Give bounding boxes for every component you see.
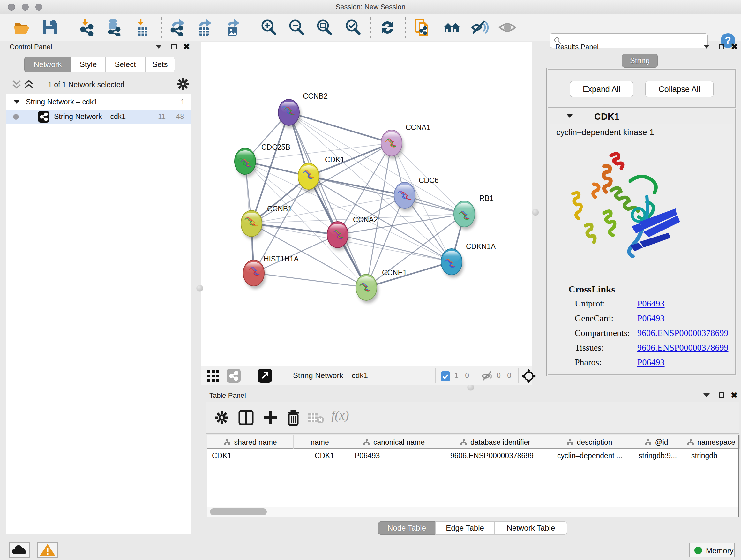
network-node-cdc25b[interactable]: CDC25B	[234, 143, 290, 177]
export-image-icon[interactable]	[223, 18, 241, 37]
column-header--id[interactable]: @id	[630, 435, 683, 449]
network-node-ccna1[interactable]: CCNA1	[381, 123, 430, 159]
float-panel-icon[interactable]	[155, 45, 162, 49]
import-table-icon[interactable]	[133, 18, 151, 37]
crosslink-uniprot-link[interactable]: P06493	[637, 299, 665, 309]
tab-select[interactable]: Select	[105, 57, 145, 72]
table-cell[interactable]: stringdb:9...	[638, 451, 682, 460]
horizontal-scrollbar[interactable]	[207, 507, 738, 516]
table-cell[interactable]: CDK1	[315, 451, 358, 460]
close-panel-icon[interactable]: ✖	[731, 391, 738, 399]
open-folder-icon[interactable]	[13, 18, 30, 37]
network-edge[interactable]	[254, 235, 338, 273]
import-network-icon[interactable]	[78, 18, 96, 37]
table-cell[interactable]: cyclin–dependent ...	[557, 451, 629, 460]
open-view-icon[interactable]	[258, 369, 272, 383]
export-table-icon[interactable]	[195, 18, 213, 37]
gear-icon[interactable]	[214, 410, 229, 425]
table-cell[interactable]: CDK1	[212, 451, 288, 460]
network-edge[interactable]	[252, 224, 338, 235]
gear-icon[interactable]	[176, 77, 190, 91]
network-edge[interactable]	[366, 262, 452, 287]
network-edge[interactable]	[338, 235, 452, 262]
collapse-all-button[interactable]: Collapse All	[645, 81, 714, 97]
add-icon[interactable]	[262, 410, 278, 426]
tab-network-table[interactable]: Network Table	[495, 521, 567, 535]
hide-selected-icon[interactable]	[471, 18, 489, 37]
network-edge[interactable]	[254, 273, 366, 287]
gene-caret-icon[interactable]	[567, 114, 572, 118]
collection-caret-icon[interactable]	[14, 100, 19, 104]
share-document-icon[interactable]	[414, 18, 431, 37]
column-header-canonical-name[interactable]: canonical name	[346, 435, 442, 449]
column-header-description[interactable]: description	[549, 435, 630, 449]
maximize-panel-icon[interactable]	[719, 392, 724, 398]
zoom-fit-icon[interactable]	[315, 18, 333, 37]
function-icon[interactable]: f(x)	[331, 408, 349, 423]
network-node-cdkn1a[interactable]: CDKN1A	[441, 242, 496, 278]
warning-button[interactable]	[37, 542, 58, 558]
table-cell[interactable]: stringdb	[691, 451, 738, 460]
tab-node-table[interactable]: Node Table	[378, 521, 435, 535]
column-header-namespace[interactable]: namespace	[683, 435, 740, 449]
gene-header[interactable]: CDK1	[548, 109, 735, 124]
refresh-icon[interactable]	[379, 18, 396, 37]
right-splitter-handle[interactable]	[532, 209, 539, 216]
fit-selected-icon[interactable]	[522, 369, 536, 383]
network-collection-row[interactable]: String Network – cdk1 1	[6, 95, 191, 110]
cloud-button[interactable]	[9, 542, 30, 558]
save-icon[interactable]	[41, 18, 59, 37]
network-edge[interactable]	[289, 112, 464, 214]
maximize-panel-icon[interactable]	[719, 44, 724, 50]
show-all-icon[interactable]	[498, 18, 516, 37]
crosslink-tissues-link[interactable]: 9606.ENSP00000378699	[637, 343, 728, 353]
homes-icon[interactable]	[443, 18, 461, 37]
tab-edge-table[interactable]: Edge Table	[435, 521, 495, 535]
tab-network[interactable]: Network	[24, 57, 71, 72]
crosslink-compartments-link[interactable]: 9606.ENSP00000378699	[637, 328, 728, 338]
table-cell[interactable]: 9606.ENSP00000378699	[450, 451, 548, 460]
delete-icon[interactable]	[286, 409, 300, 426]
table-cell[interactable]: P06493	[354, 451, 441, 460]
network-edge[interactable]	[289, 112, 366, 287]
export-network-icon[interactable]	[169, 18, 186, 37]
float-panel-icon[interactable]	[703, 45, 710, 49]
network-node-rb1[interactable]: RB1	[454, 194, 494, 230]
selected-checkbox-icon[interactable]	[441, 371, 451, 381]
string-network-graph[interactable]: CCNB2CCNA1CDC25BCDK1CDC6RB1CCNB1CCNA2CDK…	[201, 43, 532, 366]
share-view-icon[interactable]	[226, 369, 241, 383]
close-panel-icon[interactable]: ✖	[731, 43, 738, 51]
expand-all-icon[interactable]	[23, 78, 38, 91]
column-header-database-identifier[interactable]: database identifier	[442, 435, 549, 449]
column-header-name[interactable]: name	[293, 435, 346, 449]
network-row[interactable]: String Network – cdk1 11 48	[6, 110, 191, 124]
node-table[interactable]: shared namenamecanonical namedatabase id…	[207, 435, 739, 517]
network-node-ccna2[interactable]: CCNA2	[327, 215, 378, 251]
tab-sets[interactable]: Sets	[145, 57, 175, 72]
crosslink-pharos-link[interactable]: P06493	[637, 357, 665, 368]
close-panel-icon[interactable]: ✖	[183, 43, 190, 51]
zoom-in-icon[interactable]	[260, 18, 278, 37]
tab-string[interactable]: String	[622, 54, 658, 68]
maximize-panel-icon[interactable]	[171, 44, 177, 50]
memory-button[interactable]: Memory	[689, 543, 735, 557]
zoom-selected-icon[interactable]	[344, 18, 362, 37]
network-edge[interactable]	[289, 112, 392, 143]
left-splitter-handle[interactable]	[196, 285, 203, 292]
import-database-icon[interactable]	[105, 18, 123, 37]
delete-table-icon[interactable]	[308, 412, 324, 424]
zoom-out-icon[interactable]	[287, 18, 306, 37]
column-header-shared-name[interactable]: shared name	[207, 435, 293, 449]
tab-style[interactable]: Style	[71, 57, 105, 72]
columns-icon[interactable]	[238, 410, 254, 426]
network-edge[interactable]	[309, 176, 405, 195]
expand-all-button[interactable]: Expand All	[570, 81, 633, 97]
network-edge[interactable]	[309, 176, 464, 214]
network-node-ccne1[interactable]: CCNE1	[356, 268, 407, 303]
crosslink-genecard-link[interactable]: P06493	[637, 313, 665, 323]
float-panel-icon[interactable]	[703, 393, 710, 397]
grid-view-icon[interactable]	[207, 370, 220, 382]
network-canvas[interactable]: CCNB2CCNA1CDC25BCDK1CDC6RB1CCNB1CCNA2CDK…	[201, 43, 532, 366]
scrollbar-thumb[interactable]	[210, 508, 267, 515]
network-node-hist1h1a[interactable]: HIST1H1A	[243, 255, 299, 289]
